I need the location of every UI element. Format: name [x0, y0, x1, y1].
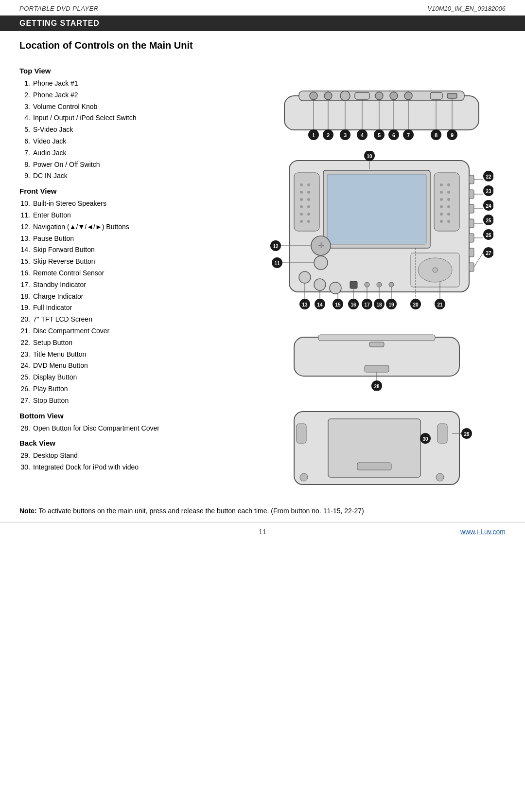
left-column: Top View 1.Phone Jack #1 2.Phone Jack #2…	[19, 62, 243, 496]
svg-text:25: 25	[486, 218, 491, 223]
svg-point-79	[433, 268, 438, 272]
svg-point-44	[300, 191, 303, 194]
svg-text:23: 23	[486, 189, 491, 194]
note-text: To activate buttons on the main unit, pr…	[37, 507, 364, 515]
svg-text:10: 10	[367, 154, 372, 159]
page: PORTABLE DVD PLAYER V10M10_IM_EN_0918200…	[0, 0, 525, 812]
list-item: 19.Full Indicator	[19, 302, 243, 314]
svg-point-65	[440, 220, 443, 223]
svg-text:19: 19	[388, 302, 394, 307]
list-item: 4.Input / Output / iPod Select Switch	[19, 112, 243, 124]
bottom-view-heading: Bottom View	[19, 412, 243, 420]
svg-rect-9	[430, 92, 442, 99]
svg-point-60	[447, 198, 450, 201]
svg-point-71	[314, 279, 326, 290]
back-view-heading: Back View	[19, 439, 243, 447]
svg-text:9: 9	[451, 132, 454, 138]
list-item: 11.Enter Button	[19, 210, 243, 221]
svg-point-76	[389, 282, 394, 287]
front-view-heading: Front View	[19, 187, 243, 195]
list-item: 25.Display Button	[19, 372, 243, 383]
top-view-diagram: 1 2 3 4	[260, 62, 493, 146]
svg-point-154	[436, 473, 444, 481]
page-footer: 11 www.i-Luv.com	[0, 522, 525, 541]
list-item: 15.Skip Reverse Button	[19, 256, 243, 268]
list-item: 22.Setup Button	[19, 337, 243, 349]
svg-point-72	[330, 282, 341, 294]
svg-text:15: 15	[335, 302, 341, 307]
note-section: Note: To activate buttons on the main un…	[0, 505, 525, 516]
top-view-heading: Top View	[19, 67, 243, 75]
svg-text:3: 3	[344, 132, 347, 138]
svg-rect-152	[438, 424, 447, 443]
front-view-diagram: ✛	[260, 151, 493, 318]
page-number: 11	[259, 528, 266, 536]
svg-point-55	[440, 183, 443, 186]
svg-rect-80	[469, 175, 474, 184]
svg-point-49	[307, 205, 310, 208]
svg-text:27: 27	[486, 251, 491, 256]
header-right: V10M10_IM_EN_09182006	[428, 5, 506, 12]
svg-rect-84	[469, 234, 474, 242]
svg-text:18: 18	[376, 302, 382, 307]
svg-text:✛: ✛	[318, 241, 324, 250]
svg-point-51	[307, 213, 310, 216]
page-title: Location of Controls on the Main Unit	[19, 40, 506, 51]
list-item: 21.Disc Compartment Cover	[19, 325, 243, 337]
list-item: 14.Skip Forward Button	[19, 244, 243, 256]
svg-point-153	[300, 473, 308, 481]
list-item: 5.S-Video Jack	[19, 124, 243, 136]
list-item: 24.DVD Menu Button	[19, 360, 243, 372]
svg-rect-41	[294, 173, 319, 231]
svg-point-7	[390, 92, 398, 100]
svg-rect-10	[447, 93, 457, 98]
svg-point-46	[300, 198, 303, 201]
svg-point-2	[310, 92, 317, 100]
svg-rect-85	[469, 248, 474, 257]
back-view-list: 29.Desktop Stand 30.Integrated Dock for …	[19, 450, 243, 473]
svg-point-58	[447, 191, 450, 194]
svg-text:16: 16	[350, 302, 356, 307]
main-content: Location of Controls on the Main Unit To…	[0, 31, 525, 501]
list-item: 27.Stop Button	[19, 395, 243, 407]
list-item: 6.Video Jack	[19, 136, 243, 147]
list-item: 13.Pause Button	[19, 233, 243, 245]
svg-point-70	[299, 271, 311, 283]
svg-rect-150	[357, 463, 391, 470]
svg-text:2: 2	[327, 132, 330, 138]
list-item: 9.DC IN Jack	[19, 170, 243, 182]
svg-point-53	[307, 220, 310, 223]
bottom-view-list: 28.Open Button for Disc Compartment Cove…	[19, 423, 243, 434]
svg-point-57	[440, 191, 443, 194]
svg-rect-40	[327, 174, 426, 244]
svg-text:5: 5	[378, 132, 381, 138]
svg-text:11: 11	[274, 261, 280, 266]
svg-rect-81	[469, 190, 474, 198]
svg-point-43	[307, 183, 310, 186]
header-left: PORTABLE DVD PLAYER	[19, 5, 99, 12]
svg-point-61	[440, 205, 443, 208]
list-item: 12.Navigation (▲/▼/◄/►) Buttons	[19, 221, 243, 233]
svg-text:30: 30	[422, 436, 428, 442]
list-item: 8.Power On / Off Switch	[19, 159, 243, 171]
svg-text:28: 28	[374, 384, 380, 389]
svg-text:4: 4	[361, 132, 364, 138]
footer-link[interactable]: www.i-Luv.com	[460, 528, 506, 536]
svg-rect-73	[350, 281, 357, 289]
svg-rect-143	[369, 342, 384, 347]
list-item: 2.Phone Jack #2	[19, 90, 243, 101]
svg-text:20: 20	[413, 302, 419, 307]
svg-rect-82	[469, 204, 474, 213]
list-item: 3.Volume Control Knob	[19, 101, 243, 113]
svg-point-50	[300, 213, 303, 216]
svg-text:17: 17	[364, 302, 370, 307]
svg-text:14: 14	[317, 302, 323, 307]
list-item: 30.Integrated Dock for iPod with video	[19, 462, 243, 473]
svg-text:22: 22	[486, 174, 491, 180]
svg-point-3	[324, 92, 332, 100]
svg-point-6	[375, 92, 383, 100]
svg-point-45	[307, 191, 310, 194]
svg-rect-151	[297, 424, 306, 443]
page-header: PORTABLE DVD PLAYER V10M10_IM_EN_0918200…	[0, 0, 525, 16]
svg-line-140	[474, 253, 483, 267]
